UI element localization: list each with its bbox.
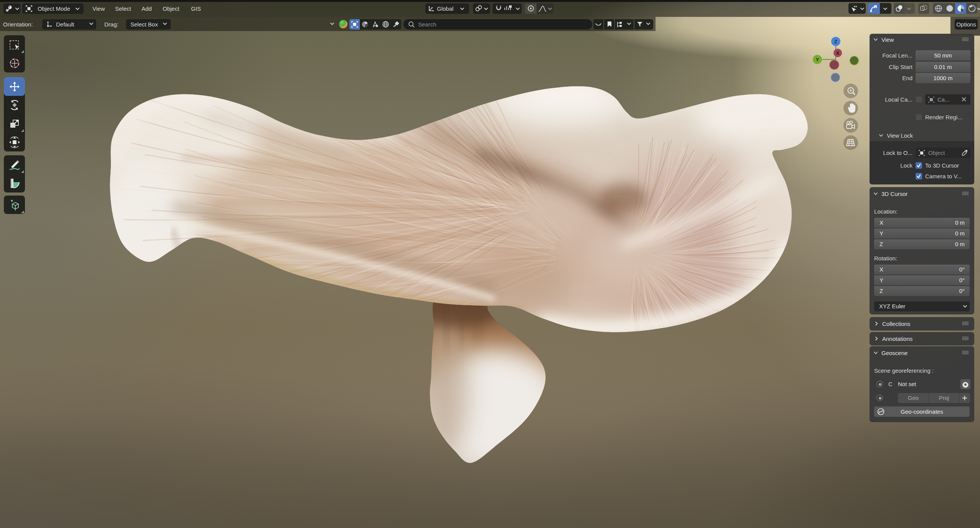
svg-text:Z: Z <box>834 39 837 44</box>
svg-text:Y: Y <box>816 57 819 63</box>
svg-text:X: X <box>836 50 840 56</box>
